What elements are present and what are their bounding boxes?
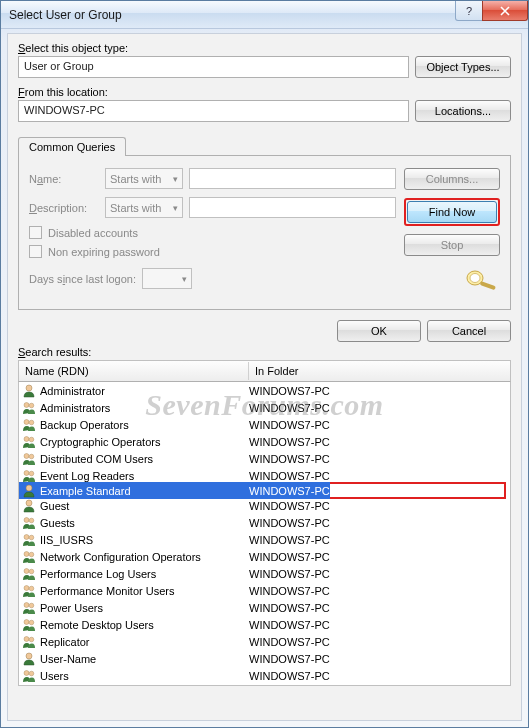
item-name: User-Name [40, 653, 249, 665]
dialog-window: Select User or Group ? Select this objec… [0, 0, 529, 728]
svg-point-3 [26, 385, 32, 391]
list-item[interactable]: Power UsersWINDOWS7-PC [19, 599, 510, 616]
column-name[interactable]: Name (RDN) [19, 362, 249, 380]
item-name: Power Users [40, 602, 249, 614]
list-item[interactable]: Remote Desktop UsersWINDOWS7-PC [19, 616, 510, 633]
list-item[interactable]: Network Configuration OperatorsWINDOWS7-… [19, 548, 510, 565]
results-header[interactable]: Name (RDN) In Folder [18, 360, 511, 382]
svg-point-34 [29, 671, 34, 676]
list-item[interactable]: Distributed COM UsersWINDOWS7-PC [19, 450, 510, 467]
query-tabs: Common Queries Name: Starts with Descrip… [18, 136, 511, 310]
close-icon [500, 6, 510, 16]
item-name: Guests [40, 517, 249, 529]
item-folder: WINDOWS7-PC [249, 619, 510, 631]
item-name: Remote Desktop Users [40, 619, 249, 631]
svg-point-22 [24, 568, 29, 573]
item-folder: WINDOWS7-PC [249, 653, 510, 665]
name-label: Name: [29, 173, 99, 185]
list-item[interactable]: AdministratorsWINDOWS7-PC [19, 399, 510, 416]
checkbox-icon [29, 226, 42, 239]
object-types-button[interactable]: Object Types... [415, 56, 511, 78]
item-name: Administrator [40, 385, 249, 397]
item-folder: WINDOWS7-PC [249, 602, 510, 614]
group-icon [21, 468, 37, 484]
item-name: Example Standard [40, 485, 249, 497]
item-folder: WINDOWS7-PC [249, 500, 510, 512]
item-folder: WINDOWS7-PC [249, 436, 510, 448]
svg-point-2 [470, 274, 480, 283]
list-item[interactable]: ReplicatorWINDOWS7-PC [19, 633, 510, 650]
list-item[interactable]: UsersWINDOWS7-PC [19, 667, 510, 684]
name-match-combo[interactable]: Starts with [105, 168, 183, 189]
list-item[interactable]: AdministratorWINDOWS7-PC [19, 382, 510, 399]
item-name: Replicator [40, 636, 249, 648]
name-input[interactable] [189, 168, 396, 189]
list-item[interactable]: GuestsWINDOWS7-PC [19, 514, 510, 531]
stop-button[interactable]: Stop [404, 234, 500, 256]
group-icon [21, 549, 37, 565]
svg-point-19 [29, 535, 34, 540]
search-results-label: Search results: [18, 346, 511, 358]
column-folder[interactable]: In Folder [249, 362, 510, 380]
group-icon [21, 600, 37, 616]
titlebar[interactable]: Select User or Group ? [1, 1, 528, 29]
results-list[interactable]: AdministratorWINDOWS7-PCAdministratorsWI… [18, 382, 511, 686]
location-field[interactable]: WINDOWS7-PC [18, 100, 409, 122]
list-item[interactable]: Example StandardWINDOWS7-PC [19, 482, 330, 499]
desc-match-combo[interactable]: Starts with [105, 197, 183, 218]
item-name: Administrators [40, 402, 249, 414]
group-icon [21, 566, 37, 582]
desc-input[interactable] [189, 197, 396, 218]
item-folder: WINDOWS7-PC [249, 419, 510, 431]
user-icon [21, 483, 37, 499]
help-button[interactable]: ? [455, 1, 483, 21]
user-icon [21, 498, 37, 514]
item-name: Performance Log Users [40, 568, 249, 580]
item-name: Network Configuration Operators [40, 551, 249, 563]
object-type-label: Select this object type: [18, 42, 511, 54]
columns-button[interactable]: Columns... [404, 168, 500, 190]
group-icon [21, 515, 37, 531]
svg-point-7 [29, 420, 34, 425]
svg-point-18 [24, 534, 29, 539]
item-name: Backup Operators [40, 419, 249, 431]
list-item[interactable]: Backup OperatorsWINDOWS7-PC [19, 416, 510, 433]
group-icon [21, 451, 37, 467]
svg-point-24 [24, 585, 29, 590]
find-now-button[interactable]: Find Now [407, 201, 497, 223]
group-icon [21, 634, 37, 650]
svg-point-16 [24, 517, 29, 522]
window-title: Select User or Group [9, 8, 122, 22]
disabled-accounts-checkbox[interactable]: Disabled accounts [29, 226, 396, 239]
svg-point-33 [24, 670, 29, 675]
svg-point-30 [24, 636, 29, 641]
tab-common-queries[interactable]: Common Queries [18, 137, 126, 156]
list-item[interactable]: GuestWINDOWS7-PC [19, 497, 510, 514]
svg-point-21 [29, 552, 34, 557]
item-folder: WINDOWS7-PC [249, 636, 510, 648]
ok-button[interactable]: OK [337, 320, 421, 342]
object-type-field[interactable]: User or Group [18, 56, 409, 78]
non-expiring-checkbox[interactable]: Non expiring password [29, 245, 396, 258]
svg-rect-1 [480, 281, 496, 290]
list-item[interactable]: IIS_IUSRSWINDOWS7-PC [19, 531, 510, 548]
svg-point-20 [24, 551, 29, 556]
svg-point-11 [29, 454, 34, 459]
svg-point-8 [24, 436, 29, 441]
list-item[interactable]: User-NameWINDOWS7-PC [19, 650, 510, 667]
list-item[interactable]: Performance Log UsersWINDOWS7-PC [19, 565, 510, 582]
svg-point-15 [26, 500, 32, 506]
list-item[interactable]: Performance Monitor UsersWINDOWS7-PC [19, 582, 510, 599]
close-button[interactable] [482, 1, 528, 21]
item-folder: WINDOWS7-PC [249, 485, 330, 497]
list-item[interactable]: Cryptographic OperatorsWINDOWS7-PC [19, 433, 510, 450]
search-icon [464, 265, 500, 297]
item-name: Cryptographic Operators [40, 436, 249, 448]
days-combo[interactable] [142, 268, 192, 289]
description-label: Description: [29, 202, 99, 214]
days-since-logon-label: Days since last logon: [29, 273, 136, 285]
item-folder: WINDOWS7-PC [249, 534, 510, 546]
group-icon [21, 417, 37, 433]
cancel-button[interactable]: Cancel [427, 320, 511, 342]
locations-button[interactable]: Locations... [415, 100, 511, 122]
